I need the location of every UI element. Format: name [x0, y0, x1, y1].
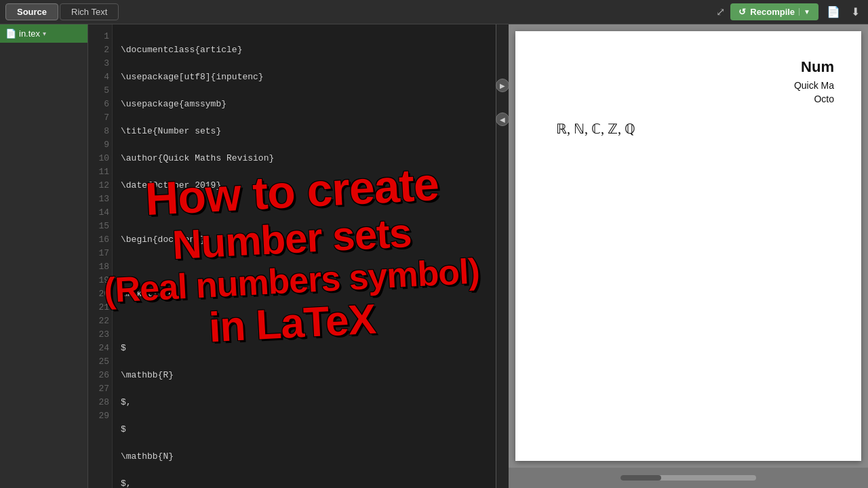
- splitter-arrow-left[interactable]: ◀: [496, 113, 509, 126]
- preview-bottom-bar: [509, 468, 868, 488]
- file-item[interactable]: 📄 in.tex ▾: [0, 24, 87, 43]
- document-icon-btn[interactable]: 📄: [824, 3, 843, 21]
- editor-preview-splitter[interactable]: ▶ ◀: [496, 24, 509, 488]
- code-line-7: [121, 206, 488, 220]
- code-line-4: \title{Number sets}: [121, 125, 488, 138]
- code-line-12: $: [121, 342, 488, 355]
- source-tab[interactable]: Source: [5, 3, 58, 20]
- code-line-2: \usepackage[utf8]{inputenc}: [121, 70, 488, 84]
- code-line-9: [121, 260, 488, 274]
- code-line-17: $,: [121, 477, 488, 488]
- splitter-arrow-right[interactable]: ▶: [496, 79, 509, 92]
- code-line-10: \maketitle: [121, 287, 488, 301]
- editor-content: 12345 678910 1112131415 1617181920 21222…: [88, 24, 496, 488]
- code-line-16: \mathbb{N}: [121, 450, 488, 464]
- preview-author: Quick Ma: [542, 80, 834, 91]
- expand-icon[interactable]: ⤢: [716, 5, 725, 18]
- line-numbers: 12345 678910 1112131415 1617181920 21222…: [88, 24, 113, 488]
- recompile-button[interactable]: ↺ Recompile ▼: [730, 3, 818, 20]
- main-layout: 📄 in.tex ▾ 12345 678910 1112131415 16171…: [0, 24, 868, 488]
- code-line-15: $: [121, 423, 488, 436]
- top-bar: Source Rich Text ⤢ ↺ Recompile ▼ 📄 ⬇: [0, 0, 868, 24]
- code-line-13: \mathbb{R}: [121, 369, 488, 382]
- code-line-11: [121, 314, 488, 328]
- recompile-icon: ↺: [738, 7, 746, 17]
- code-line-6: \date{October 2019}: [121, 179, 488, 192]
- file-icon: 📄: [5, 28, 16, 39]
- preview-scrollbar[interactable]: [620, 475, 756, 481]
- code-area[interactable]: \documentclass{article} \usepackage[utf8…: [113, 24, 496, 488]
- rich-text-tab[interactable]: Rich Text: [60, 3, 119, 20]
- preview-scrollbar-thumb: [620, 475, 661, 481]
- code-line-14: $,: [121, 396, 488, 409]
- code-line-3: \usepackage{amssymb}: [121, 98, 488, 111]
- recompile-dropdown-arrow[interactable]: ▼: [799, 8, 810, 16]
- preview-math-symbols: ℝ, ℕ, ℂ, ℤ, ℚ: [556, 121, 834, 137]
- recompile-label: Recompile: [750, 7, 795, 17]
- code-line-5: \author{Quick Maths Revision}: [121, 152, 488, 165]
- editor-pane[interactable]: 12345 678910 1112131415 1617181920 21222…: [88, 24, 496, 488]
- toolbar-right: ⤢ ↺ Recompile ▼ 📄 ⬇: [716, 3, 863, 21]
- preview-date: Octo: [542, 94, 834, 104]
- download-icon-btn[interactable]: ⬇: [848, 3, 863, 21]
- code-line-1: \documentclass{article}: [121, 43, 488, 57]
- editor-tab-group: Source Rich Text: [5, 3, 119, 20]
- preview-page: Num Quick Ma Octo ℝ, ℕ, ℂ, ℤ, ℚ: [515, 31, 861, 461]
- code-line-8: \begin{document}: [121, 233, 488, 247]
- left-sidebar: 📄 in.tex ▾: [0, 24, 88, 488]
- preview-title: Num: [542, 58, 834, 76]
- file-chevron-icon: ▾: [43, 30, 46, 37]
- file-name: in.tex: [19, 28, 40, 39]
- preview-pane: Num Quick Ma Octo ℝ, ℕ, ℂ, ℤ, ℚ: [509, 24, 868, 488]
